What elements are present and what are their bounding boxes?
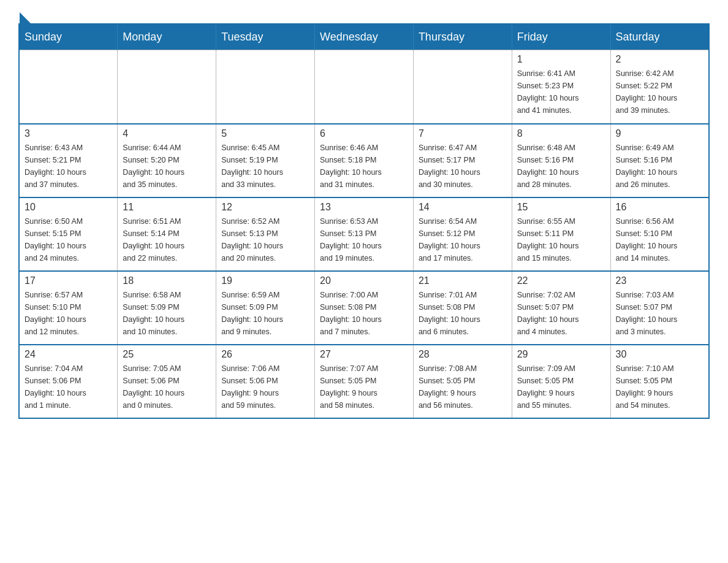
day-cell: 26Sunrise: 7:06 AMSunset: 5:06 PMDayligh… [216,345,315,418]
day-info: Sunrise: 7:07 AMSunset: 5:05 PMDaylight:… [320,362,408,412]
weekday-header-wednesday: Wednesday [315,24,414,50]
day-info: Sunrise: 6:57 AMSunset: 5:10 PMDaylight:… [25,289,112,338]
day-info: Sunrise: 7:09 AMSunset: 5:05 PMDaylight:… [517,362,605,412]
day-info: Sunrise: 7:00 AMSunset: 5:08 PMDaylight:… [320,289,408,338]
day-cell: 24Sunrise: 7:04 AMSunset: 5:06 PMDayligh… [19,345,118,418]
day-cell [315,50,414,124]
day-number: 5 [221,128,309,139]
day-number: 12 [221,202,309,213]
day-info: Sunrise: 6:43 AMSunset: 5:21 PMDaylight:… [25,142,112,191]
day-info: Sunrise: 6:42 AMSunset: 5:22 PMDaylight:… [616,67,703,117]
day-number: 10 [25,202,112,213]
day-number: 20 [320,275,408,286]
day-number: 17 [25,275,112,286]
day-number: 27 [320,349,408,360]
day-cell: 23Sunrise: 7:03 AMSunset: 5:07 PMDayligh… [610,271,709,345]
logo [18,12,31,17]
day-cell: 21Sunrise: 7:01 AMSunset: 5:08 PMDayligh… [413,271,512,345]
day-cell: 22Sunrise: 7:02 AMSunset: 5:07 PMDayligh… [512,271,610,345]
week-row-3: 10Sunrise: 6:50 AMSunset: 5:15 PMDayligh… [19,197,709,271]
week-row-2: 3Sunrise: 6:43 AMSunset: 5:21 PMDaylight… [19,124,709,197]
logo-triangle-icon [20,12,31,23]
week-row-5: 24Sunrise: 7:04 AMSunset: 5:06 PMDayligh… [19,345,709,418]
weekday-header-tuesday: Tuesday [216,24,315,50]
day-info: Sunrise: 7:08 AMSunset: 5:05 PMDaylight:… [419,362,507,412]
day-number: 11 [123,202,211,213]
weekday-header-monday: Monday [118,24,216,50]
day-cell: 20Sunrise: 7:00 AMSunset: 5:08 PMDayligh… [315,271,414,345]
day-number: 8 [517,128,605,139]
day-cell: 5Sunrise: 6:45 AMSunset: 5:19 PMDaylight… [216,124,315,197]
day-number: 21 [419,275,507,286]
weekday-header-thursday: Thursday [413,24,512,50]
day-info: Sunrise: 6:52 AMSunset: 5:13 PMDaylight:… [221,215,309,264]
day-cell: 7Sunrise: 6:47 AMSunset: 5:17 PMDaylight… [413,124,512,197]
day-cell [19,50,118,124]
day-number: 4 [123,128,211,139]
day-number: 14 [419,202,507,213]
weekday-header-saturday: Saturday [610,24,709,50]
day-info: Sunrise: 7:10 AMSunset: 5:05 PMDaylight:… [616,362,703,412]
day-cell: 17Sunrise: 6:57 AMSunset: 5:10 PMDayligh… [19,271,118,345]
day-number: 26 [221,349,309,360]
day-cell: 10Sunrise: 6:50 AMSunset: 5:15 PMDayligh… [19,197,118,271]
day-info: Sunrise: 6:48 AMSunset: 5:16 PMDaylight:… [517,142,605,191]
day-cell: 3Sunrise: 6:43 AMSunset: 5:21 PMDaylight… [19,124,118,197]
day-number: 24 [25,349,112,360]
day-info: Sunrise: 6:47 AMSunset: 5:17 PMDaylight:… [419,142,507,191]
day-cell: 6Sunrise: 6:46 AMSunset: 5:18 PMDaylight… [315,124,414,197]
day-cell: 12Sunrise: 6:52 AMSunset: 5:13 PMDayligh… [216,197,315,271]
day-info: Sunrise: 6:44 AMSunset: 5:20 PMDaylight:… [123,142,211,191]
weekday-header-sunday: Sunday [19,24,118,50]
day-cell: 29Sunrise: 7:09 AMSunset: 5:05 PMDayligh… [512,345,610,418]
day-info: Sunrise: 6:49 AMSunset: 5:16 PMDaylight:… [616,142,703,191]
day-cell: 16Sunrise: 6:56 AMSunset: 5:10 PMDayligh… [610,197,709,271]
day-cell: 15Sunrise: 6:55 AMSunset: 5:11 PMDayligh… [512,197,610,271]
day-number: 13 [320,202,408,213]
day-cell: 18Sunrise: 6:58 AMSunset: 5:09 PMDayligh… [118,271,216,345]
day-cell: 9Sunrise: 6:49 AMSunset: 5:16 PMDaylight… [610,124,709,197]
day-number: 7 [419,128,507,139]
day-info: Sunrise: 6:45 AMSunset: 5:19 PMDaylight:… [221,142,309,191]
day-cell: 27Sunrise: 7:07 AMSunset: 5:05 PMDayligh… [315,345,414,418]
day-number: 28 [419,349,507,360]
weekday-header-row: SundayMondayTuesdayWednesdayThursdayFrid… [19,24,709,50]
day-info: Sunrise: 6:59 AMSunset: 5:09 PMDaylight:… [221,289,309,338]
day-number: 18 [123,275,211,286]
day-cell: 4Sunrise: 6:44 AMSunset: 5:20 PMDaylight… [118,124,216,197]
week-row-4: 17Sunrise: 6:57 AMSunset: 5:10 PMDayligh… [19,271,709,345]
day-cell: 8Sunrise: 6:48 AMSunset: 5:16 PMDaylight… [512,124,610,197]
day-cell: 11Sunrise: 6:51 AMSunset: 5:14 PMDayligh… [118,197,216,271]
day-number: 2 [616,54,703,65]
weekday-header-friday: Friday [512,24,610,50]
day-number: 6 [320,128,408,139]
calendar-table: SundayMondayTuesdayWednesdayThursdayFrid… [18,23,710,419]
page-header [18,12,710,17]
day-info: Sunrise: 6:50 AMSunset: 5:15 PMDaylight:… [25,215,112,264]
day-info: Sunrise: 6:51 AMSunset: 5:14 PMDaylight:… [123,215,211,264]
day-number: 16 [616,202,703,213]
day-number: 30 [616,349,703,360]
day-number: 3 [25,128,112,139]
day-cell [216,50,315,124]
week-row-1: 1Sunrise: 6:41 AMSunset: 5:23 PMDaylight… [19,50,709,124]
day-info: Sunrise: 6:53 AMSunset: 5:13 PMDaylight:… [320,215,408,264]
day-info: Sunrise: 6:41 AMSunset: 5:23 PMDaylight:… [517,67,605,117]
day-cell: 14Sunrise: 6:54 AMSunset: 5:12 PMDayligh… [413,197,512,271]
day-number: 29 [517,349,605,360]
day-info: Sunrise: 6:46 AMSunset: 5:18 PMDaylight:… [320,142,408,191]
day-number: 22 [517,275,605,286]
day-info: Sunrise: 7:03 AMSunset: 5:07 PMDaylight:… [616,289,703,338]
day-info: Sunrise: 7:01 AMSunset: 5:08 PMDaylight:… [419,289,507,338]
day-cell: 28Sunrise: 7:08 AMSunset: 5:05 PMDayligh… [413,345,512,418]
day-number: 19 [221,275,309,286]
day-cell: 19Sunrise: 6:59 AMSunset: 5:09 PMDayligh… [216,271,315,345]
day-info: Sunrise: 6:56 AMSunset: 5:10 PMDaylight:… [616,215,703,264]
day-info: Sunrise: 6:58 AMSunset: 5:09 PMDaylight:… [123,289,211,338]
day-info: Sunrise: 6:54 AMSunset: 5:12 PMDaylight:… [419,215,507,264]
day-number: 25 [123,349,211,360]
day-info: Sunrise: 7:06 AMSunset: 5:06 PMDaylight:… [221,362,309,412]
day-info: Sunrise: 6:55 AMSunset: 5:11 PMDaylight:… [517,215,605,264]
day-info: Sunrise: 7:05 AMSunset: 5:06 PMDaylight:… [123,362,211,412]
day-cell [118,50,216,124]
